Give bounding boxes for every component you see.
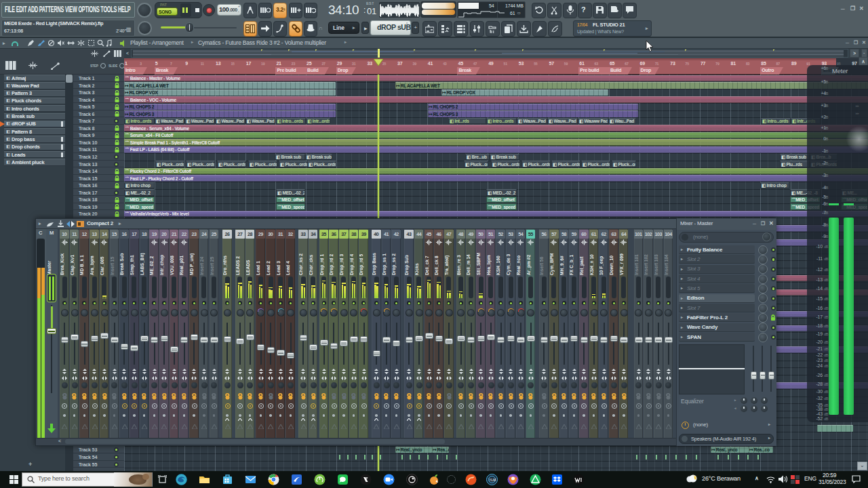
svg-text:YLM: YLM <box>489 478 496 482</box>
